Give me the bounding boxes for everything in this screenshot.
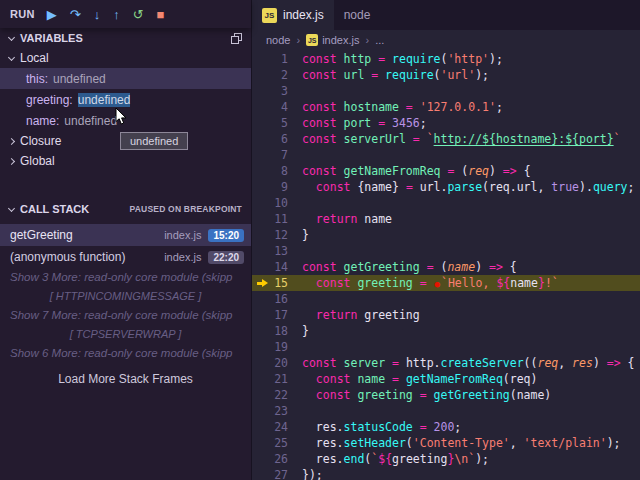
gutter-cell[interactable]: 22 [252, 387, 302, 403]
code-token: const [302, 260, 344, 274]
gutter-cell[interactable]: 26 [252, 451, 302, 467]
code-line-10[interactable]: 10 [252, 195, 640, 211]
code-line-text: const getGreeting = (name) => { [302, 259, 640, 275]
continue-button[interactable]: ▶ [47, 8, 57, 21]
code-token: = [427, 260, 441, 274]
load-more-button[interactable]: Load More Stack Frames [0, 372, 251, 386]
code-line-7[interactable]: 7 [252, 147, 640, 163]
gutter-cell[interactable]: 20 [252, 355, 302, 371]
call-stack-header[interactable]: CALL STACK PAUSED ON BREAKPOINT [0, 199, 251, 219]
code-line-text [302, 291, 640, 307]
show-more-frames[interactable]: Show 3 More: read-only core module (skip… [0, 268, 251, 287]
gutter-cell[interactable]: 10 [252, 195, 302, 211]
code-token: = [413, 132, 427, 146]
code-token: require [385, 68, 433, 82]
stop-button[interactable]: ■ [157, 8, 165, 21]
collapse-all-icon[interactable] [231, 33, 242, 44]
code-line-8[interactable]: 8const getNameFromReq = (req) => { [252, 163, 640, 179]
scope-global[interactable]: Global [0, 151, 251, 171]
gutter-cell[interactable]: 19 [252, 339, 302, 355]
code-line-26[interactable]: 26 res.end(`${greeting}\n`); [252, 451, 640, 467]
gutter-cell[interactable]: 14 [252, 259, 302, 275]
variable-name: this: [26, 72, 48, 86]
gutter-cell[interactable]: 7 [252, 147, 302, 163]
code-line-6[interactable]: 6const serverUrl = `http://${hostname}:$… [252, 131, 640, 147]
gutter-cell[interactable]: 17 [252, 307, 302, 323]
gutter-cell[interactable]: 15 [252, 275, 302, 291]
code-line-15[interactable]: 15 const greeting = ●`Hello, ${name}!` [252, 275, 640, 291]
gutter-cell[interactable]: 27 [252, 467, 302, 480]
gutter-cell[interactable]: 18 [252, 323, 302, 339]
code-line-11[interactable]: 11 return name [252, 211, 640, 227]
gutter-cell[interactable]: 6 [252, 131, 302, 147]
code-line-text: const port = 3456; [302, 115, 640, 131]
code-line-5[interactable]: 5const port = 3456; [252, 115, 640, 131]
breadcrumb-label: node [266, 34, 290, 46]
code-line-9[interactable]: 9 const {name} = url.parse(req.url, true… [252, 179, 640, 195]
tab-label: index.js [283, 8, 324, 22]
gutter-cell[interactable]: 9 [252, 179, 302, 195]
gutter-cell[interactable]: 3 [252, 83, 302, 99]
step-over-button[interactable]: ↷ [70, 8, 81, 21]
scope-local[interactable]: Local [0, 48, 251, 68]
breadcrumb: node›JSindex.js›... [252, 30, 640, 50]
gutter-cell[interactable]: 21 [252, 371, 302, 387]
debug-toolbar: RUN ▶↷↓↑↺■ [0, 0, 251, 28]
code-line-text: const greeting = ●`Hello, ${name}!` [302, 275, 640, 291]
show-more-frames[interactable]: Show 6 More: read-only core module (skip… [0, 344, 251, 363]
code-line-22[interactable]: 22 const greeting = getGreeting(name) [252, 387, 640, 403]
code-token: const [316, 372, 358, 386]
gutter-cell[interactable]: 5 [252, 115, 302, 131]
stack-frame[interactable]: (anonymous function)index.js22:20 [0, 246, 251, 268]
frame-name: (anonymous function) [10, 250, 164, 264]
stack-frame[interactable]: getGreetingindex.js15:20 [0, 224, 251, 246]
gutter-cell[interactable]: 13 [252, 243, 302, 259]
gutter-cell[interactable]: 8 [252, 163, 302, 179]
code-line-19[interactable]: 19 [252, 339, 640, 355]
gutter-cell[interactable]: 11 [252, 211, 302, 227]
code-line-21[interactable]: 21 const name = getNameFromReq(req) [252, 371, 640, 387]
code-line-16[interactable]: 16 [252, 291, 640, 307]
gutter-cell[interactable]: 24 [252, 419, 302, 435]
tab-bar: JS index.js node [252, 0, 640, 30]
gutter-cell[interactable]: 12 [252, 227, 302, 243]
breadcrumb-item[interactable]: JSindex.js [306, 34, 359, 46]
code-line-13[interactable]: 13 [252, 243, 640, 259]
code-line-1[interactable]: 1const http = require('http'); [252, 51, 640, 67]
code-token: 'Content-Type' [413, 436, 510, 450]
step-into-button[interactable]: ↓ [94, 8, 101, 21]
step-out-button[interactable]: ↑ [113, 8, 120, 21]
window-title: node [344, 8, 371, 22]
tab-indexjs[interactable]: JS index.js [252, 0, 334, 30]
gutter-cell[interactable]: 1 [252, 51, 302, 67]
gutter-cell[interactable]: 16 [252, 291, 302, 307]
gutter-cell[interactable]: 4 [252, 99, 302, 115]
gutter-cell[interactable]: 2 [252, 67, 302, 83]
breadcrumb-item[interactable]: node [266, 34, 290, 46]
code-token: const [302, 68, 344, 82]
code-line-25[interactable]: 25 res.setHeader('Content-Type', 'text/p… [252, 435, 640, 451]
variables-header[interactable]: VARIABLES [0, 28, 251, 48]
code-line-27[interactable]: 27}); [252, 467, 640, 480]
code-line-3[interactable]: 3 [252, 83, 640, 99]
code-line-2[interactable]: 2const url = require('url'); [252, 67, 640, 83]
code-line-12[interactable]: 12} [252, 227, 640, 243]
line-number: 15 [274, 276, 288, 290]
code-editor[interactable]: 1const http = require('http');2const url… [252, 50, 640, 480]
code-line-24[interactable]: 24 res.statusCode = 200; [252, 419, 640, 435]
code-line-17[interactable]: 17 return greeting [252, 307, 640, 323]
show-more-frames[interactable]: Show 7 More: read-only core module (skip… [0, 306, 251, 325]
code-line-18[interactable]: 18} [252, 323, 640, 339]
code-token: '127.0.0.1' [420, 100, 496, 114]
code-line-14[interactable]: 14const getGreeting = (name) => { [252, 259, 640, 275]
gutter-cell[interactable]: 23 [252, 403, 302, 419]
code-line-20[interactable]: 20const server = http.createServer((req,… [252, 355, 640, 371]
breadcrumb-item[interactable]: ... [375, 34, 384, 46]
variable-this[interactable]: this:undefined [0, 68, 251, 89]
restart-button[interactable]: ↺ [133, 8, 144, 21]
code-line-23[interactable]: 23 [252, 403, 640, 419]
code-token: req [537, 356, 558, 370]
gutter-cell[interactable]: 25 [252, 435, 302, 451]
frame-location: index.js22:20 [164, 251, 244, 264]
code-line-4[interactable]: 4const hostname = '127.0.0.1'; [252, 99, 640, 115]
